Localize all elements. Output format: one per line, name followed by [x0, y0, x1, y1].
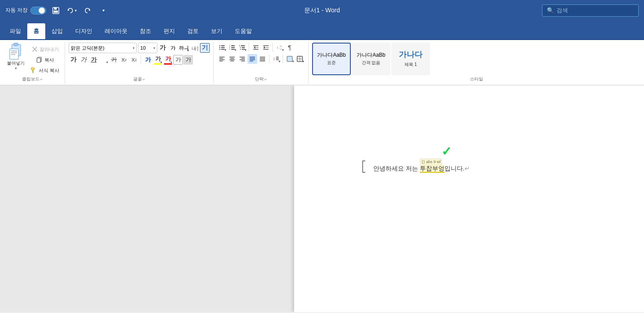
paste-button[interactable]: 붙여넣기 ▾ — [4, 43, 28, 70]
autosave-switch[interactable] — [30, 7, 46, 15]
style-preview-nospace: 가나다AaBb — [357, 52, 385, 58]
clear-format-btn[interactable]: 내침 — [190, 43, 200, 53]
font-grow-btn[interactable]: 가 — [158, 43, 167, 53]
justify-btn[interactable] — [247, 54, 257, 64]
borders-btn[interactable] — [295, 54, 305, 64]
redo-icon[interactable] — [81, 4, 94, 17]
char-shade-btn2[interactable]: 가 — [183, 55, 193, 65]
font-color-btn[interactable]: 가 — [163, 55, 173, 65]
font-name-arrow: ▾ — [133, 46, 135, 50]
bold-btn[interactable]: 가 — [69, 55, 78, 65]
cut-button[interactable]: 잘라내기 — [29, 44, 61, 54]
menu-item-design[interactable]: 디자인 — [69, 23, 98, 39]
number-list-btn[interactable]: 1.2.3. — [227, 43, 237, 52]
align-left-btn[interactable] — [217, 54, 227, 64]
save-icon[interactable] — [50, 4, 62, 17]
svg-rect-69 — [276, 58, 279, 59]
align-center-btn[interactable] — [227, 54, 237, 64]
font-expand[interactable]: ⌐ — [143, 77, 145, 81]
menu-item-review[interactable]: 검토 — [181, 23, 205, 39]
svg-rect-51 — [229, 57, 235, 58]
increase-indent-btn[interactable] — [261, 43, 271, 52]
style-item-heading1[interactable]: 가나다 제목 1 — [391, 43, 430, 75]
menu-item-mail[interactable]: 편지 — [157, 23, 181, 39]
customize-icon[interactable]: ▾ — [97, 4, 109, 17]
highlight-btn[interactable]: 가 — [153, 55, 163, 65]
underline-dropdown-btn[interactable] — [99, 55, 109, 65]
para-row1: 1.2.3. ↕가나 ¶ — [217, 43, 295, 52]
superscript-btn[interactable]: X2 — [129, 55, 139, 65]
para-sep2 — [273, 43, 273, 52]
paragraph-mark: ↵ — [465, 165, 470, 172]
svg-rect-19 — [221, 45, 225, 46]
underline-btn[interactable]: 가 — [89, 55, 98, 65]
style-preview-normal: 가나다AaBb — [317, 52, 346, 58]
menu-item-file[interactable]: 파일 — [4, 23, 27, 39]
styles-content: 가나다AaBb 표준 가나다AaBb 간격 없음 가나다 제목 1 — [312, 43, 430, 75]
decrease-indent-btn[interactable] — [251, 43, 261, 52]
italic-btn[interactable]: 가 — [79, 55, 88, 65]
distribute-btn[interactable] — [258, 54, 267, 64]
svg-rect-49 — [219, 59, 225, 60]
style-item-nospace[interactable]: 가나다AaBb 간격 없음 — [352, 43, 390, 75]
copy-label: 복사 — [44, 57, 54, 63]
menu-item-insert[interactable]: 삽입 — [45, 23, 69, 39]
menu-item-view[interactable]: 보기 — [205, 23, 229, 39]
font-sep1 — [141, 55, 141, 64]
svg-rect-14 — [37, 58, 40, 62]
undo-icon[interactable]: ▾ — [65, 4, 78, 17]
format-painter-button[interactable]: 서식 복사 — [29, 66, 61, 75]
svg-text:↕: ↕ — [277, 46, 278, 50]
svg-rect-8 — [11, 51, 17, 51]
font-name-selector[interactable]: 맑은 고딕(본문) ▾ — [69, 43, 137, 53]
menu-item-references[interactable]: 참조 — [134, 23, 157, 39]
subscript-btn[interactable]: X2 — [119, 55, 129, 65]
search-box[interactable]: 🔍 검색 — [542, 4, 639, 17]
clipboard-content: 붙여넣기 ▾ 잘라내기 복사 서식 복사 — [4, 43, 61, 75]
para-sep1 — [249, 43, 249, 52]
bullet-list-btn[interactable] — [217, 43, 227, 52]
svg-rect-15 — [31, 68, 34, 70]
char-shade-btn[interactable]: 기 — [200, 43, 210, 53]
svg-rect-31 — [241, 45, 245, 46]
para-sep3 — [269, 55, 269, 63]
sort-btn[interactable]: ↕가나 — [275, 43, 284, 52]
svg-rect-59 — [250, 57, 255, 58]
autosave-toggle[interactable]: 자동 저장 — [5, 7, 46, 15]
search-icon: 🔍 — [547, 7, 554, 14]
svg-rect-50 — [219, 61, 223, 62]
strikethrough-btn[interactable]: 가 — [109, 55, 119, 65]
document-page[interactable]: ✓ 안녕하세요 저는 긴 abs 9 wl투찹부엉입니다.↵ — [294, 85, 644, 312]
line-spacing-btn[interactable]: ↕ — [271, 54, 281, 64]
font-group-label: 글꼴 ⌐ — [69, 76, 210, 82]
svg-text:내침: 내침 — [192, 46, 198, 51]
svg-rect-63 — [260, 57, 265, 58]
svg-rect-71 — [287, 56, 292, 62]
svg-rect-1 — [54, 7, 57, 10]
font-size-selector[interactable]: 10 ▾ — [138, 43, 157, 53]
menu-item-help[interactable]: 도움말 — [229, 23, 258, 39]
svg-rect-68 — [276, 57, 279, 58]
shading-btn[interactable] — [285, 54, 295, 64]
font-shrink-btn[interactable]: 가 — [168, 43, 178, 53]
menu-item-layout[interactable]: 레이아웃 — [98, 23, 134, 39]
style-item-normal[interactable]: 가나다AaBb 표준 — [312, 43, 351, 75]
case-btn[interactable]: 까ㅢ — [178, 43, 189, 53]
title-right: 🔍 검색 — [542, 4, 639, 17]
para-sep4 — [283, 55, 283, 63]
show-marks-btn[interactable]: ¶ — [285, 43, 295, 52]
svg-text:나: 나 — [280, 47, 282, 50]
svg-rect-65 — [260, 59, 265, 60]
svg-rect-23 — [221, 49, 225, 50]
text-effect-btn[interactable]: 가 — [143, 55, 153, 65]
menu-item-home[interactable]: 홈 — [27, 23, 45, 39]
paragraph-expand[interactable]: ⌐ — [265, 77, 267, 81]
ribbon: 붙여넣기 ▾ 잘라내기 복사 서식 복사 클립보드 — [0, 40, 644, 85]
menu-bar: 파일 홈 삽입 디자인 레이아웃 참조 편지 검토 보기 도움말 — [0, 21, 644, 40]
align-right-btn[interactable] — [237, 54, 247, 64]
char-border-btn[interactable]: 가 — [173, 55, 183, 65]
svg-point-32 — [240, 47, 241, 48]
copy-button[interactable]: 복사 — [29, 55, 61, 65]
multilevel-list-btn[interactable] — [237, 43, 247, 52]
clipboard-expand[interactable]: ⌐ — [40, 77, 43, 81]
